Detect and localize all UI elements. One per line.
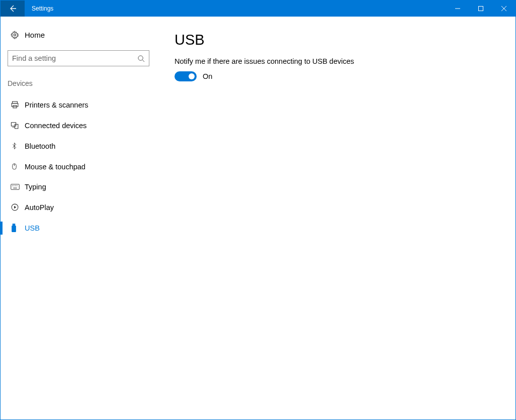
autoplay-icon	[11, 203, 19, 212]
window-controls	[446, 1, 515, 17]
maximize-button[interactable]	[469, 1, 492, 17]
close-icon	[501, 6, 506, 11]
sidebar-item-label: Connected devices	[25, 122, 87, 130]
svg-point-1	[14, 34, 16, 36]
setting-description: Notify me if there are issues connecting…	[175, 57, 497, 65]
gear-icon	[11, 31, 25, 39]
toggle-state-label: On	[203, 72, 212, 80]
close-button[interactable]	[492, 1, 515, 17]
minimize-icon	[455, 6, 460, 11]
maximize-icon	[478, 6, 483, 11]
sidebar-item-printers-scanners[interactable]: Printers & scanners	[1, 94, 156, 115]
sidebar-item-autoplay[interactable]: AutoPlay	[1, 197, 156, 218]
back-button[interactable]	[1, 1, 25, 17]
svg-rect-7	[15, 124, 18, 129]
svg-rect-19	[12, 226, 16, 232]
sidebar-item-label: USB	[25, 224, 40, 232]
sidebar-item-mouse-touchpad[interactable]: Mouse & touchpad	[1, 156, 156, 177]
usb-icon	[11, 224, 17, 233]
toggle-row: On	[175, 71, 497, 81]
sidebar-item-label: Mouse & touchpad	[25, 163, 85, 171]
page-title: USB	[175, 32, 497, 48]
home-label: Home	[25, 31, 45, 39]
sidebar-item-usb[interactable]: USB	[1, 218, 156, 239]
keyboard-icon	[11, 183, 20, 190]
sidebar-item-label: Bluetooth	[25, 142, 55, 150]
sidebar-item-label: Printers & scanners	[25, 101, 89, 109]
main-content: USB Notify me if there are issues connec…	[156, 17, 515, 419]
sidebar-item-connected-devices[interactable]: Connected devices	[1, 115, 156, 136]
usb-notify-toggle[interactable]	[175, 71, 197, 81]
svg-rect-4	[12, 103, 18, 107]
search-icon	[137, 55, 145, 62]
sidebar-item-label: AutoPlay	[25, 203, 54, 212]
back-arrow-icon	[9, 5, 17, 13]
svg-rect-0	[479, 7, 483, 11]
sidebar-item-typing[interactable]: Typing	[1, 177, 156, 197]
home-button[interactable]: Home	[1, 27, 156, 44]
mouse-icon	[11, 162, 18, 171]
printer-icon	[11, 100, 19, 109]
devices-icon	[11, 121, 19, 130]
sidebar-item-label: Typing	[25, 183, 46, 191]
bluetooth-icon	[11, 142, 18, 150]
sidebar-item-bluetooth[interactable]: Bluetooth	[1, 136, 156, 156]
search-input[interactable]	[12, 54, 137, 62]
svg-rect-11	[11, 184, 20, 190]
sidebar: Home Devices Printers & scanners	[1, 17, 156, 419]
window-title: Settings	[25, 1, 446, 17]
svg-point-2	[138, 55, 143, 60]
search-box[interactable]	[8, 50, 149, 66]
titlebar: Settings	[1, 1, 515, 17]
minimize-button[interactable]	[446, 1, 469, 17]
nav-section-header: Devices	[1, 76, 156, 94]
